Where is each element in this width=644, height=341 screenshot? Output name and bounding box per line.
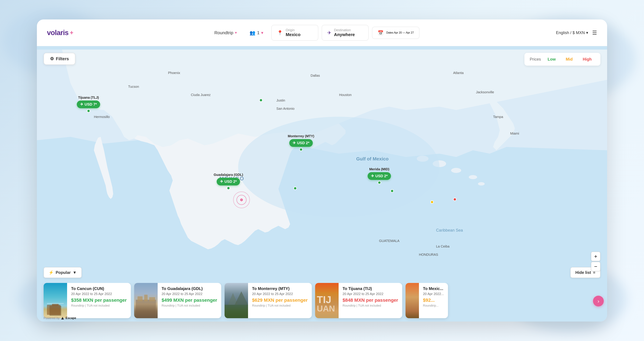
- card-gdl-price: $499 MXN per passenger: [162, 297, 217, 303]
- pin-merida[interactable]: Merida (MID) ✈ USD 2*: [368, 167, 391, 184]
- origin-marker: [236, 195, 246, 205]
- card-cancun[interactable]: To Cancun (CUN) 20 Apr 2022 to 25 Apr 20…: [44, 283, 131, 318]
- powered-by-text: Powered by: [44, 316, 60, 320]
- origin-field[interactable]: 📍 Origin Mexico: [271, 25, 318, 41]
- pin-guadalajara-dot: [227, 186, 230, 190]
- pin-monterrey-icon: ✈: [293, 141, 296, 145]
- header-center: Roundtrip ▾ 👥 1 ▾ 📍 Origin Mexico ✈ Dest…: [210, 25, 420, 41]
- dot-yucatan: [430, 200, 434, 204]
- destination-label: Destination: [334, 28, 355, 32]
- svg-rect-9: [50, 305, 61, 316]
- card-mty-dates: 20 Apr 2022 to 25 Apr 2022: [252, 292, 308, 296]
- popular-button[interactable]: ⚡ Popular ▼: [44, 267, 82, 278]
- card-cancun-price: $358 MXN per passenger: [71, 297, 127, 303]
- pin-guadalajara-price: ✈ USD 2*: [217, 178, 240, 185]
- dates-value: Apr 20 — Apr 27: [394, 31, 414, 34]
- dates-label: Dates: [386, 31, 393, 34]
- origin-label: Origin: [286, 28, 300, 32]
- trip-type-label: Roundtrip: [214, 30, 233, 36]
- svg-rect-10: [52, 304, 59, 306]
- pin-tijuana-icon: ✈: [80, 102, 83, 107]
- app-window: volaris + Roundtrip ▾ 👥 1 ▾ 📍 Origin Mex…: [37, 20, 607, 321]
- price-mid-badge[interactable]: Mid: [562, 56, 576, 63]
- pin-merida-dot: [378, 181, 381, 184]
- destination-field[interactable]: ✈ Destination Anywhere: [322, 25, 368, 41]
- logo-plus: +: [70, 29, 73, 36]
- pin-tijuana[interactable]: Tijuana (TLJ) ✈ USD 7*: [77, 96, 100, 113]
- ripple-center: [240, 198, 244, 202]
- pin-monterrey-price: ✈ USD 2*: [289, 139, 312, 147]
- pin-monterrey-name: Monterrey (MTY): [288, 134, 314, 138]
- card-mty-sub: Roundtrip | TUA not included: [252, 304, 308, 307]
- card-mex-price: $92...: [423, 297, 444, 303]
- calendar-icon: 📅: [378, 30, 384, 36]
- passengers-count: 1: [257, 30, 260, 36]
- destination-value: Anywhere: [334, 32, 355, 37]
- pin-merida-name: Merida (MID): [369, 167, 390, 171]
- passengers-icon: 👥: [250, 30, 256, 36]
- price-low-badge[interactable]: Low: [544, 56, 559, 63]
- filters-button[interactable]: ⚙ Filters: [44, 53, 75, 65]
- popular-icon: ⚡: [49, 270, 54, 275]
- card-mex-sub: Roundtrip...: [423, 304, 444, 307]
- pin-tijuana-name: Tijuana (TLJ): [78, 96, 99, 100]
- svg-rect-14: [144, 295, 148, 301]
- pin-monterrey-dot: [299, 148, 303, 151]
- prices-text: Prices: [530, 57, 541, 62]
- passengers-chevron: ▾: [261, 30, 263, 36]
- svg-rect-13: [138, 296, 142, 301]
- passengers-button[interactable]: 👥 1 ▾: [245, 27, 268, 38]
- card-monterrey[interactable]: To Monterrey (MTY) 20 Apr 2022 to 25 Apr…: [224, 283, 312, 318]
- powered-by: Powered by Escape: [44, 316, 76, 320]
- map-container: Phoenix Tucson Ciuda Juarez Hermosillo D…: [37, 46, 607, 321]
- dot-ciuda-juarez: [259, 99, 263, 102]
- pin-tijuana-price: ✈ USD 7*: [77, 101, 100, 108]
- card-guadalajara[interactable]: To Guadalajara (GDL) 20 Apr 2022 to 25 A…: [134, 283, 221, 318]
- language-button[interactable]: English / $ MXN ▾: [556, 30, 588, 35]
- svg-marker-24: [61, 317, 64, 319]
- next-card-button[interactable]: ›: [593, 296, 604, 306]
- dot-central-mx: [294, 187, 297, 190]
- pin-merida-price: ✈ USD 2*: [368, 172, 391, 180]
- zoom-out-button[interactable]: −: [591, 262, 600, 271]
- card-tijuana[interactable]: TIJ UAN To Tijuana (TIJ) 20 Apr 2022 to …: [315, 283, 402, 318]
- svg-rect-12: [136, 300, 156, 318]
- pin-guadalajara-name: Guadalajara (GDL): [214, 173, 243, 177]
- svg-text:TIJ: TIJ: [317, 294, 332, 305]
- card-monterrey-image: [224, 283, 248, 318]
- svg-rect-19: [224, 305, 248, 318]
- origin-icon: 📍: [277, 30, 283, 36]
- zoom-in-button[interactable]: +: [591, 252, 600, 261]
- language-chevron: ▾: [586, 30, 588, 35]
- language-label: English / $ MXN: [556, 30, 585, 35]
- pin-guadalajara-icon: ✈: [220, 179, 223, 184]
- svg-rect-15: [149, 297, 155, 301]
- card-mexico[interactable]: To Mexic... 20 Apr 2022... $92... Roundt…: [406, 283, 448, 318]
- header-right: English / $ MXN ▾ ☰: [556, 30, 597, 36]
- dates-field[interactable]: 📅 Dates Apr 20 — Apr 27: [372, 27, 420, 39]
- pin-monterrey[interactable]: Monterrey (MTY) ✈ USD 2*: [288, 134, 314, 151]
- map-svg: [37, 46, 607, 321]
- svg-rect-23: [406, 283, 419, 318]
- next-icon: ›: [598, 298, 600, 304]
- powered-by-brand: Escape: [66, 316, 76, 320]
- logo: volaris +: [47, 29, 73, 37]
- price-high-badge[interactable]: High: [580, 56, 595, 63]
- card-gdl-title: To Guadalajara (GDL): [162, 286, 217, 291]
- svg-point-3: [469, 175, 477, 179]
- card-mty-title: To Monterrey (MTY): [252, 286, 308, 291]
- trip-type-button[interactable]: Roundtrip ▾: [210, 28, 242, 38]
- hide-list-label: Hide list: [576, 270, 591, 275]
- destination-icon: ✈: [327, 30, 331, 36]
- pin-guadalajara[interactable]: Guadalajara (GDL) ✈ USD 2*: [214, 173, 243, 190]
- card-tij-title: To Tijuana (TIJ): [343, 286, 398, 291]
- svg-point-6: [238, 117, 440, 217]
- card-tijuana-image: TIJ UAN: [315, 283, 338, 318]
- card-mex-title: To Mexic...: [423, 286, 444, 291]
- menu-button[interactable]: ☰: [592, 30, 597, 36]
- card-guadalajara-image: [134, 283, 158, 318]
- filters-overlay: ⚙ Filters: [44, 53, 75, 65]
- header: volaris + Roundtrip ▾ 👥 1 ▾ 📍 Origin Mex…: [37, 20, 607, 46]
- card-tij-sub: Roundtrip | TUA not included: [343, 304, 398, 307]
- hamburger-icon: ☰: [592, 30, 597, 36]
